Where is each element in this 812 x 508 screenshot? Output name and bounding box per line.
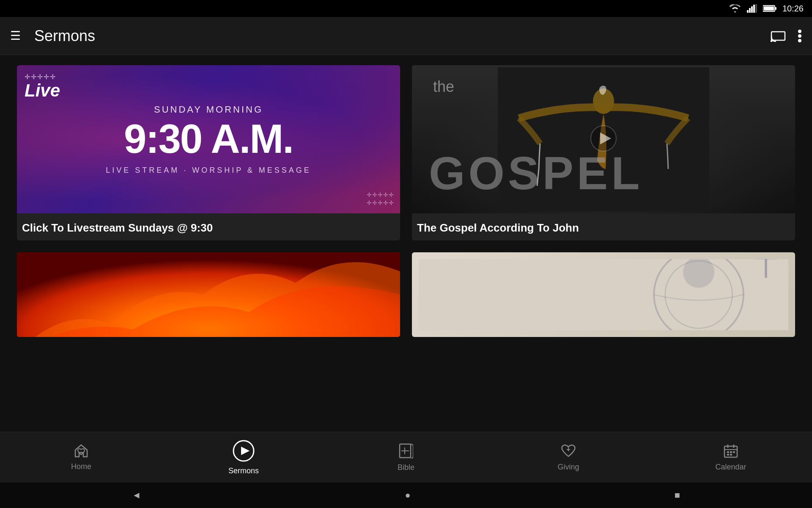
- service-time: 9:30 A.M.: [106, 119, 311, 159]
- svg-rect-33: [727, 451, 729, 453]
- light-svg: [419, 259, 788, 330]
- svg-rect-36: [727, 454, 729, 456]
- svg-rect-0: [747, 10, 749, 13]
- svg-rect-1: [749, 8, 751, 13]
- gospel-big-text: GOSPEL: [429, 150, 643, 196]
- status-bar: 10:26: [0, 0, 812, 17]
- bible-label: Bible: [398, 463, 414, 472]
- live-label: Live: [25, 80, 60, 100]
- signal-icon: [747, 4, 757, 13]
- svg-rect-35: [733, 451, 735, 453]
- first-cards-row: ✛✛✛✛✛ Live SUNDAY MORNING 9:30 A.M. LIVE…: [17, 65, 795, 240]
- gospel-play-button[interactable]: [590, 125, 617, 154]
- android-nav-bar: ◄ ● ■: [0, 483, 812, 508]
- svg-rect-37: [730, 454, 732, 456]
- sermons-label: Sermons: [228, 467, 259, 475]
- svg-point-12: [798, 39, 801, 42]
- svg-point-11: [798, 34, 801, 38]
- home-button[interactable]: ●: [405, 490, 411, 501]
- nav-item-calendar[interactable]: Calendar: [705, 444, 756, 472]
- stream-description: LIVE STREAM · WORSHIP & MESSAGE: [106, 166, 311, 175]
- corner-crosses: ✛✛✛✛✛ ✛✛✛✛✛: [367, 191, 394, 207]
- page-title: Sermons: [34, 27, 771, 45]
- nav-item-sermons[interactable]: Sermons: [218, 440, 269, 475]
- svg-rect-8: [771, 32, 785, 40]
- battery-icon: [763, 5, 776, 12]
- calendar-label: Calendar: [715, 463, 746, 472]
- svg-point-10: [798, 30, 801, 33]
- wifi-icon: [729, 4, 741, 13]
- svg-rect-3: [753, 5, 755, 13]
- nav-item-home[interactable]: Home: [56, 444, 107, 471]
- svg-rect-7: [764, 6, 774, 11]
- sermons-icon: [233, 440, 255, 464]
- bible-icon: [399, 443, 413, 461]
- nav-item-giving[interactable]: Giving: [543, 444, 594, 472]
- the-word: the: [433, 78, 454, 96]
- app-bar: ☰ Sermons: [0, 17, 812, 55]
- back-button[interactable]: ◄: [132, 490, 141, 501]
- sunday-morning-text: SUNDAY MORNING: [106, 104, 311, 115]
- second-cards-row: [17, 252, 795, 337]
- hamburger-menu-icon[interactable]: ☰: [10, 29, 21, 43]
- home-label: Home: [71, 462, 91, 471]
- svg-marker-4: [755, 4, 757, 13]
- recents-button[interactable]: ■: [675, 490, 680, 501]
- giving-label: Giving: [557, 463, 579, 472]
- app-bar-actions: [771, 29, 802, 43]
- fire-card[interactable]: [17, 252, 400, 337]
- home-icon: [74, 444, 89, 460]
- more-options-icon[interactable]: [798, 29, 802, 43]
- svg-rect-2: [751, 6, 753, 13]
- cast-icon[interactable]: [771, 30, 786, 42]
- light-card[interactable]: [412, 252, 795, 337]
- gospel-thumbnail: the GOSPEL: [412, 65, 795, 213]
- main-content: ✛✛✛✛✛ Live SUNDAY MORNING 9:30 A.M. LIVE…: [0, 55, 812, 432]
- live-badge: ✛✛✛✛✛ Live: [25, 73, 60, 99]
- svg-marker-25: [241, 447, 250, 455]
- livestream-card-title: Click To Livestream Sundays @ 9:30: [17, 213, 400, 240]
- light-thumbnail: [412, 252, 795, 337]
- giving-icon: [561, 444, 576, 460]
- svg-rect-34: [730, 451, 732, 453]
- bottom-navigation: Home Sermons Bible Givi: [0, 432, 812, 483]
- gospel-card[interactable]: the GOSPEL The Gospel According To John: [412, 65, 795, 240]
- fire-thumbnail: [17, 252, 400, 337]
- livestream-thumbnail: ✛✛✛✛✛ Live SUNDAY MORNING 9:30 A.M. LIVE…: [17, 65, 400, 213]
- livestream-card[interactable]: ✛✛✛✛✛ Live SUNDAY MORNING 9:30 A.M. LIVE…: [17, 65, 400, 240]
- nav-item-bible[interactable]: Bible: [381, 443, 431, 472]
- live-content: SUNDAY MORNING 9:30 A.M. LIVE STREAM · W…: [106, 104, 311, 175]
- calendar-icon: [724, 444, 738, 460]
- fire-svg: [17, 252, 400, 337]
- top-crosses: ✛✛✛✛✛: [25, 73, 60, 81]
- status-time: 10:26: [782, 4, 804, 14]
- gospel-card-title: The Gospel According To John: [412, 213, 795, 240]
- svg-rect-6: [775, 7, 776, 10]
